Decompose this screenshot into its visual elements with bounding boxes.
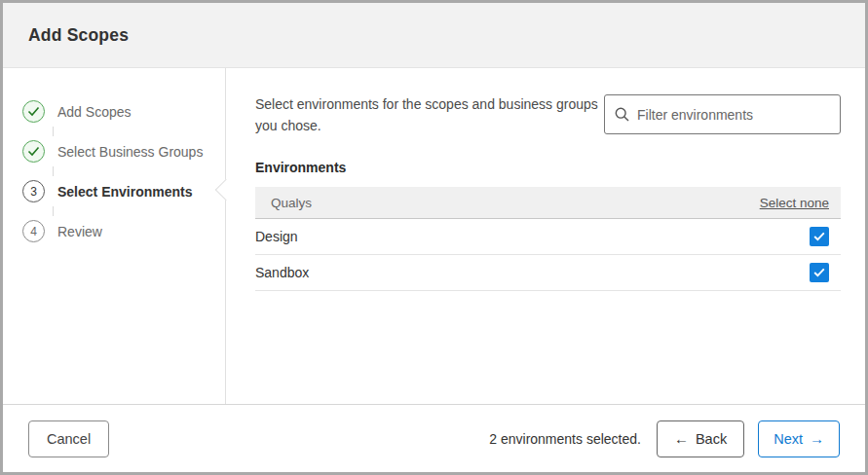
environment-checkbox[interactable] (810, 227, 829, 246)
filter-environments-input[interactable] (637, 107, 830, 123)
step-add-scopes[interactable]: Add Scopes (22, 100, 225, 123)
step-connector (53, 127, 54, 136)
environment-name: Sandbox (255, 265, 309, 280)
environments-table-header: Qualys Select none (255, 187, 841, 219)
group-header-label: Qualys (271, 196, 312, 210)
checkmark-icon (813, 268, 825, 277)
next-button-label: Next (774, 431, 803, 447)
step-select-business-groups[interactable]: Select Business Groups (22, 140, 225, 163)
table-row: Design (255, 219, 841, 255)
step-label: Select Business Groups (57, 144, 203, 160)
instruction-text: Select environments for the scopes and b… (255, 94, 598, 136)
step-label: Review (57, 224, 102, 239)
step-review[interactable]: 4 Review (22, 220, 225, 242)
back-arrow-icon: ← (674, 431, 689, 446)
step-select-environments[interactable]: 3 Select Environments (22, 180, 225, 202)
search-icon (615, 107, 629, 122)
back-button-label: Back (696, 431, 727, 447)
dialog-header: Add Scopes (3, 3, 865, 68)
back-button[interactable]: ← Back (657, 420, 744, 457)
checkmark-icon (813, 232, 825, 241)
cancel-button[interactable]: Cancel (28, 420, 109, 457)
step-number-circle: 3 (22, 180, 45, 202)
wizard-steps: Add Scopes Select Business Groups 3 Sele… (3, 68, 226, 404)
add-scopes-dialog: Add Scopes Add Scopes Selec (0, 0, 868, 475)
dialog-title: Add Scopes (28, 25, 129, 46)
step-label: Add Scopes (57, 104, 132, 120)
filter-environments-box (604, 94, 841, 134)
step-content: Select environments for the scopes and b… (226, 68, 865, 404)
environments-table: Qualys Select none Design Sandbox (255, 187, 841, 291)
check-icon (27, 146, 40, 157)
dialog-body: Add Scopes Select Business Groups 3 Sele… (3, 68, 865, 404)
environment-checkbox[interactable] (810, 263, 829, 282)
step-complete-circle (22, 140, 45, 163)
environment-name: Design (255, 229, 298, 244)
step-complete-circle (22, 100, 45, 123)
step-connector (53, 166, 54, 176)
step-label: Select Environments (57, 184, 193, 200)
check-icon (27, 106, 40, 117)
dialog-footer: Cancel 2 environments selected. ← Back N… (3, 404, 865, 472)
environments-heading: Environments (255, 160, 841, 175)
next-arrow-icon: → (810, 431, 824, 446)
next-button[interactable]: Next → (758, 420, 840, 457)
table-row: Sandbox (255, 255, 841, 291)
select-none-link[interactable]: Select none (760, 196, 829, 210)
step-number-circle: 4 (22, 220, 45, 242)
selection-status: 2 environments selected. (489, 431, 641, 447)
step-connector (53, 206, 54, 216)
